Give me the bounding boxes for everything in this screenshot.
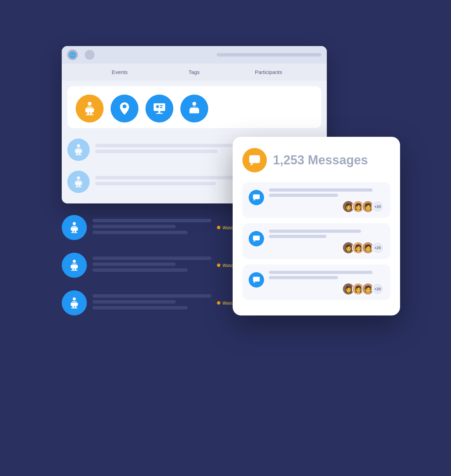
message-item-1[interactable]: 👩 👩 🧑 +20 xyxy=(242,182,390,218)
svg-rect-27 xyxy=(72,231,74,232)
svg-rect-44 xyxy=(254,196,258,196)
status-dot-yellow xyxy=(217,226,220,229)
svg-point-24 xyxy=(73,222,76,225)
avatar-face: 🧑 xyxy=(364,244,372,252)
svg-rect-5 xyxy=(86,114,93,116)
message-content-2: 👩 👩 🧑 +20 xyxy=(269,230,384,254)
svg-rect-45 xyxy=(254,197,257,197)
svg-rect-21 xyxy=(76,185,78,187)
avatar-face: 🧑 xyxy=(364,203,372,210)
svg-rect-17 xyxy=(75,155,82,155)
event-text-bar xyxy=(92,294,211,298)
svg-rect-7 xyxy=(158,111,160,113)
scene: 🌐 Events Tags Participants xyxy=(51,46,400,430)
svg-rect-25 xyxy=(72,226,77,227)
event-text-bar xyxy=(92,231,188,234)
titlebar-avatar xyxy=(85,50,95,60)
chat-bubble-main-icon xyxy=(248,154,261,167)
msg-chat-icon-3 xyxy=(249,272,264,288)
svg-rect-28 xyxy=(75,231,76,232)
svg-rect-51 xyxy=(254,279,257,280)
messages-count: 1,253 Messages xyxy=(273,153,368,168)
presentation-icon xyxy=(152,101,167,116)
avatars-row-3: 👩 👩 🧑 +20 xyxy=(269,283,384,295)
status-dot-yellow xyxy=(217,263,220,267)
host-icon-circle[interactable] xyxy=(180,95,208,122)
svg-rect-20 xyxy=(75,181,82,185)
message-item-3[interactable]: 👩 👩 🧑 +20 xyxy=(242,265,390,300)
speaker-sm-icon xyxy=(72,143,85,156)
nav-participants[interactable]: Participants xyxy=(231,69,306,75)
svg-rect-1 xyxy=(87,107,92,108)
avatar-face: 👩 xyxy=(354,285,362,293)
message-content-1: 👩 👩 🧑 +20 xyxy=(269,188,384,213)
presentation-icon-circle[interactable] xyxy=(145,95,173,122)
host-icon xyxy=(187,101,202,116)
avatar-face: 👩 xyxy=(345,244,352,252)
event-item-1: Watch xyxy=(62,210,236,245)
svg-point-12 xyxy=(77,144,80,147)
svg-rect-29 xyxy=(71,232,77,233)
msg-text-bar xyxy=(269,276,338,279)
svg-point-10 xyxy=(192,102,196,106)
svg-rect-4 xyxy=(90,112,92,114)
avatar-face: 👩 xyxy=(354,203,362,210)
full-event-list: Watch Watch xyxy=(62,210,236,320)
svg-rect-34 xyxy=(75,268,76,270)
speaker-icon-full xyxy=(68,297,81,309)
chat-icon-sm xyxy=(253,276,260,284)
svg-rect-19 xyxy=(76,180,81,181)
svg-rect-47 xyxy=(254,237,258,237)
svg-point-30 xyxy=(73,260,76,263)
event-speaker-icon-full-2 xyxy=(62,253,87,278)
speaker-icon xyxy=(82,101,97,116)
svg-rect-6 xyxy=(153,103,165,111)
msg-chat-icon-1 xyxy=(249,190,264,205)
nav-tags[interactable]: Tags xyxy=(157,69,231,75)
speaker-icon-full xyxy=(68,221,81,234)
avatar-plus-1: +20 xyxy=(371,200,384,213)
svg-rect-40 xyxy=(75,306,76,308)
speaker-icon-full xyxy=(68,259,81,272)
svg-rect-3 xyxy=(87,112,89,114)
svg-rect-16 xyxy=(79,153,81,155)
nav-events[interactable]: Events xyxy=(83,69,157,75)
svg-rect-50 xyxy=(254,278,258,278)
svg-rect-15 xyxy=(76,153,78,155)
location-icon-circle[interactable] xyxy=(111,95,138,122)
svg-rect-2 xyxy=(85,108,94,112)
window-nav: Events Tags Participants xyxy=(62,64,327,81)
svg-rect-35 xyxy=(71,270,77,271)
event-text-bar xyxy=(92,300,176,304)
avatar-plus-2: +20 xyxy=(371,241,384,254)
event-text-bar xyxy=(92,262,176,266)
svg-rect-23 xyxy=(75,187,82,187)
chat-icon-sm xyxy=(253,235,260,243)
svg-rect-33 xyxy=(72,268,74,270)
avatars-row-1: 👩 👩 🧑 +20 xyxy=(269,200,384,213)
avatars-row-2: 👩 👩 🧑 +20 xyxy=(269,241,384,254)
msg-text-bar xyxy=(269,230,361,233)
svg-rect-22 xyxy=(79,185,81,187)
event-text-bar xyxy=(92,268,188,272)
event-speaker-icon-2 xyxy=(67,171,90,193)
icon-row xyxy=(67,86,321,128)
avatar-face: 👩 xyxy=(354,244,362,252)
svg-point-36 xyxy=(73,297,76,300)
messages-header: 1,253 Messages xyxy=(242,148,390,172)
msg-text-bar xyxy=(269,188,373,192)
svg-rect-39 xyxy=(72,306,74,308)
messages-icon-circle xyxy=(242,148,267,172)
window-titlebar: 🌐 xyxy=(62,46,327,64)
message-item-2[interactable]: 👩 👩 🧑 +20 xyxy=(242,223,390,259)
avatar-plus-3: +20 xyxy=(371,283,384,295)
event-text-bar xyxy=(92,306,188,310)
avatar-face: 👩 xyxy=(345,285,352,293)
message-content-3: 👩 👩 🧑 +20 xyxy=(269,271,384,295)
avatar-face: 👩 xyxy=(345,203,352,210)
event-item-2: Watch xyxy=(62,248,236,283)
msg-text-bar xyxy=(269,194,338,197)
svg-rect-41 xyxy=(71,308,77,308)
titlebar-search-bar xyxy=(217,53,321,57)
speaker-icon-circle[interactable] xyxy=(76,95,104,122)
